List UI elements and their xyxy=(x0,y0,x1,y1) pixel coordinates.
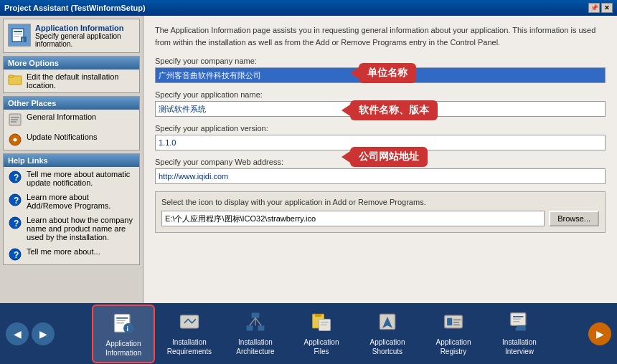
page-description: The Application Information page assists… xyxy=(155,24,606,48)
help-link-4[interactable]: ? Tell me more about... xyxy=(4,244,139,264)
step-installation-requirements[interactable]: InstallationRequirements xyxy=(158,305,221,363)
edit-location-item[interactable]: Edit the default installation location. xyxy=(4,70,139,92)
step-app-files-label: ApplicationFiles xyxy=(304,337,339,356)
app-info-icon: i xyxy=(8,24,31,47)
step-app-registry-icon xyxy=(441,309,466,335)
edit-location-label: Edit the default installation location. xyxy=(27,72,135,90)
step-app-information-label: ApplicationInformation xyxy=(105,339,141,358)
svg-rect-23 xyxy=(116,320,125,320)
close-button[interactable]: ✕ xyxy=(601,3,613,13)
svg-rect-24 xyxy=(116,322,124,323)
company-name-label: Specify your company name: xyxy=(155,57,606,65)
app-name-group: Specify your application name: xyxy=(155,90,606,117)
svg-rect-47 xyxy=(513,316,523,317)
svg-line-32 xyxy=(255,317,261,325)
help-link-3-label: Learn about how the company name and pro… xyxy=(27,216,135,241)
svg-rect-48 xyxy=(513,318,521,319)
step-app-shortcuts-icon xyxy=(375,309,400,335)
more-options-title: More Options xyxy=(4,57,139,70)
svg-line-31 xyxy=(250,317,255,325)
svg-rect-3 xyxy=(14,36,19,37)
other-places-section: Other Places General Information Update … xyxy=(3,96,140,150)
step-app-information[interactable]: i ApplicationInformation xyxy=(92,305,155,363)
svg-rect-28 xyxy=(252,312,260,317)
help-link-3[interactable]: ? Learn about how the company name and p… xyxy=(4,213,139,244)
update-notifications-item[interactable]: Update Notifications xyxy=(4,130,139,150)
svg-rect-29 xyxy=(247,325,253,330)
icon-section: Select the icon to display with your app… xyxy=(155,191,606,233)
web-address-label: Specify your company Web address: xyxy=(155,158,606,166)
svg-text:?: ? xyxy=(14,173,19,183)
update-icon xyxy=(8,133,22,147)
step-installation-architecture[interactable]: InstallationArchitecture xyxy=(224,305,287,363)
icon-section-label: Select the icon to display with your app… xyxy=(161,198,599,206)
svg-rect-7 xyxy=(9,75,14,77)
forward-button[interactable]: ▶ xyxy=(32,322,55,345)
other-places-title: Other Places xyxy=(4,97,139,110)
svg-text:?: ? xyxy=(14,219,19,229)
svg-point-25 xyxy=(123,323,133,333)
svg-text:i: i xyxy=(126,325,128,332)
step-install-interview-label: InstallationInterview xyxy=(502,337,537,356)
svg-rect-43 xyxy=(453,319,461,320)
general-info-item[interactable]: General Information xyxy=(4,110,139,130)
step-install-interview-icon xyxy=(507,309,532,335)
help-link-1-label: Tell me more about automatic update noti… xyxy=(27,170,135,187)
general-info-label: General Information xyxy=(27,112,96,121)
icon-path-input[interactable] xyxy=(161,211,545,226)
step-install-arch-icon xyxy=(242,309,268,335)
step-install-arch-label: InstallationArchitecture xyxy=(236,337,274,356)
step-app-registry-label: ApplicationRegistry xyxy=(436,337,471,356)
company-name-input[interactable] xyxy=(155,67,606,83)
company-name-group: Specify your company name: xyxy=(155,57,606,83)
svg-rect-30 xyxy=(258,325,265,330)
svg-marker-50 xyxy=(516,325,526,330)
sidebar: i Application Information Specify genera… xyxy=(0,16,143,303)
svg-rect-45 xyxy=(453,324,460,325)
svg-rect-49 xyxy=(513,321,519,322)
help-icon-3: ? xyxy=(8,216,22,230)
step-application-files[interactable]: ApplicationFiles xyxy=(290,305,353,363)
step-app-information-icon: i xyxy=(110,310,136,336)
app-version-group: Specify your application version: xyxy=(155,124,606,150)
step-installation-interview[interactable]: InstallationInterview xyxy=(488,305,551,363)
help-icon-1: ? xyxy=(8,170,22,184)
title-bar: Project Assistant (TestWinformSetup) 📌 ✕ xyxy=(0,0,617,16)
svg-rect-27 xyxy=(181,315,199,328)
window-title: Project Assistant (TestWinformSetup) xyxy=(4,4,588,12)
step-install-req-label: InstallationRequirements xyxy=(167,337,212,356)
app-name-input[interactable] xyxy=(155,101,606,117)
help-link-2[interactable]: ? Learn more about Add/Remove Programs. xyxy=(4,190,139,213)
next-button[interactable]: ▶ xyxy=(588,322,611,345)
svg-text:?: ? xyxy=(14,250,19,260)
svg-rect-44 xyxy=(453,322,459,323)
help-link-4-label: Tell me more about... xyxy=(27,247,100,256)
sidebar-header-section: i Application Information Specify genera… xyxy=(3,19,140,53)
help-links-section: Help Links ? Tell me more about automati… xyxy=(3,153,140,265)
app-version-label: Specify your application version: xyxy=(155,124,606,133)
content-area: The Application Information page assists… xyxy=(143,16,617,303)
help-icon-4: ? xyxy=(8,247,22,262)
back-button[interactable]: ◀ xyxy=(6,322,29,345)
step-install-req-icon xyxy=(176,309,202,335)
main-container: i Application Information Specify genera… xyxy=(0,16,617,303)
help-links-title: Help Links xyxy=(4,154,139,167)
svg-text:i: i xyxy=(22,37,24,43)
svg-rect-2 xyxy=(14,34,22,34)
step-application-shortcuts[interactable]: ApplicationShortcuts xyxy=(356,305,419,363)
general-info-icon xyxy=(8,112,22,127)
help-link-1[interactable]: ? Tell me more about automatic update no… xyxy=(4,167,139,190)
web-address-input[interactable] xyxy=(155,168,606,184)
more-options-section: More Options Edit the default installati… xyxy=(3,56,140,93)
app-version-input[interactable] xyxy=(155,135,606,150)
step-application-registry[interactable]: ApplicationRegistry xyxy=(422,305,485,363)
pin-button[interactable]: 📌 xyxy=(588,3,600,13)
svg-text:?: ? xyxy=(14,196,19,206)
step-app-shortcuts-label: ApplicationShortcuts xyxy=(370,337,405,356)
svg-rect-35 xyxy=(315,314,321,317)
app-name-label: Specify your application name: xyxy=(155,90,606,99)
browse-button[interactable]: Browse... xyxy=(549,211,599,226)
help-link-2-label: Learn more about Add/Remove Programs. xyxy=(27,193,135,210)
icon-input-row: Browse... xyxy=(161,211,599,226)
update-notifications-label: Update Notifications xyxy=(27,133,97,141)
